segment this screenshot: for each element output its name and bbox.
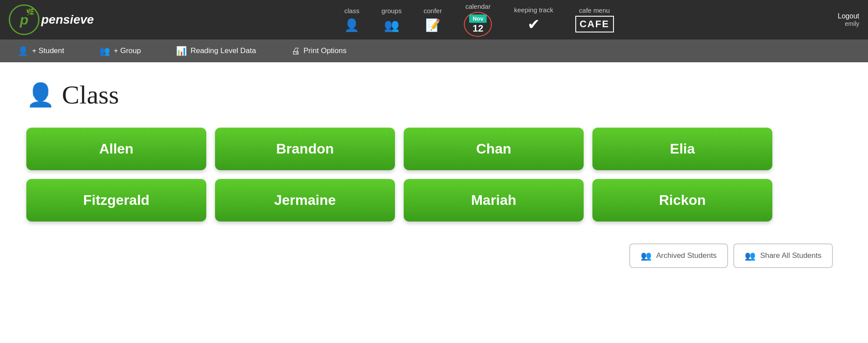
nav-cafe-menu[interactable]: cafe menu CAFE	[575, 7, 614, 32]
sub-navigation: 👤 + Student 👥 + Group 📊 Reading Level Da…	[0, 39, 868, 62]
nav-class-label: class	[344, 7, 359, 14]
reading-level-button[interactable]: 📊 Reading Level Data	[176, 46, 256, 56]
student-button-elia[interactable]: Elia	[592, 128, 772, 170]
reading-level-label: Reading Level Data	[190, 46, 256, 55]
nav-cafe-menu-label: cafe menu	[579, 7, 610, 14]
share-icon: 👥	[745, 250, 756, 261]
cafe-menu-icon: CAFE	[575, 16, 614, 32]
calendar-box: Nov 12	[464, 12, 492, 37]
logo[interactable]: p 🌿 pensieve	[9, 4, 94, 35]
print-options-button[interactable]: 🖨 Print Options	[291, 46, 347, 56]
nav-calendar-label: calendar	[465, 3, 491, 10]
print-options-label: Print Options	[304, 46, 347, 55]
reading-level-icon: 📊	[176, 46, 187, 56]
add-group-label: + Group	[114, 46, 141, 55]
calendar-day: 12	[473, 23, 483, 34]
nav-class[interactable]: class 👤	[344, 7, 359, 32]
nav-items: class 👤 groups 👥 confer 📝 calendar Nov 1…	[120, 3, 838, 37]
nav-groups-label: groups	[381, 7, 402, 14]
logo-leaf-icon: 🌿	[26, 7, 35, 16]
student-button-mariah[interactable]: Mariah	[404, 179, 584, 222]
user-name: emily	[845, 20, 859, 27]
top-navigation: p 🌿 pensieve class 👤 groups 👥 confer 📝 c…	[0, 0, 868, 39]
nav-confer[interactable]: confer 📝	[423, 7, 442, 32]
page-header: 👤 Class	[26, 80, 842, 110]
add-student-icon: 👤	[18, 46, 29, 56]
add-group-button[interactable]: 👥 + Group	[99, 46, 141, 56]
calendar-month: Nov	[469, 14, 487, 23]
add-student-label: + Student	[32, 46, 64, 55]
logout-button[interactable]: Logout	[838, 12, 859, 20]
archived-students-label: Archived Students	[656, 251, 717, 260]
student-button-rickon[interactable]: Rickon	[592, 179, 772, 222]
student-grid: AllenBrandonChanEliaFitzgeraldJermaineMa…	[26, 128, 772, 222]
nav-calendar[interactable]: calendar Nov 12	[464, 3, 492, 37]
student-button-chan[interactable]: Chan	[404, 128, 584, 170]
nav-keeping-track-label: keeping track	[514, 6, 553, 14]
share-all-students-button[interactable]: 👥 Share All Students	[733, 243, 833, 268]
add-group-icon: 👥	[99, 46, 110, 56]
main-content: 👤 Class AllenBrandonChanEliaFitzgeraldJe…	[0, 62, 868, 343]
archived-icon: 👥	[641, 250, 652, 261]
confer-icon: 📝	[425, 18, 441, 32]
student-button-brandon[interactable]: Brandon	[215, 128, 395, 170]
print-icon: 🖨	[291, 46, 300, 56]
page-header-icon: 👤	[26, 82, 55, 108]
share-all-students-label: Share All Students	[760, 251, 821, 260]
logo-text: pensieve	[41, 13, 94, 27]
student-button-jermaine[interactable]: Jermaine	[215, 179, 395, 222]
nav-keeping-track[interactable]: keeping track ✔	[514, 6, 553, 33]
logo-circle: p 🌿	[9, 4, 39, 35]
add-student-button[interactable]: 👤 + Student	[18, 46, 64, 56]
page-title: Class	[62, 80, 119, 110]
nav-confer-label: confer	[423, 7, 442, 14]
student-button-fitzgerald[interactable]: Fitzgerald	[26, 179, 206, 222]
groups-icon: 👥	[384, 18, 399, 32]
nav-groups[interactable]: groups 👥	[381, 7, 402, 32]
student-button-allen[interactable]: Allen	[26, 128, 206, 170]
class-icon: 👤	[344, 18, 359, 32]
nav-right: Logout emily	[838, 12, 859, 27]
bottom-actions: 👥 Archived Students 👥 Share All Students	[26, 243, 842, 268]
archived-students-button[interactable]: 👥 Archived Students	[629, 243, 728, 268]
checkmark-icon: ✔	[527, 15, 540, 33]
